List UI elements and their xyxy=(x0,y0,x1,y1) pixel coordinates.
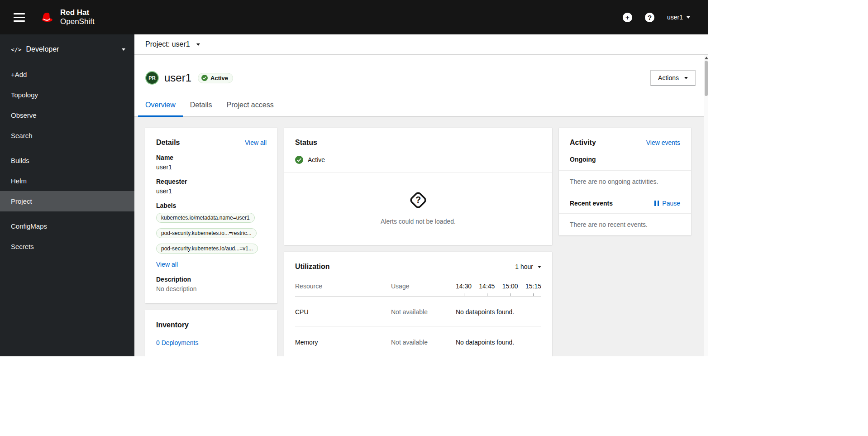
view-events-link[interactable]: View events xyxy=(646,139,680,146)
status-badge-label: Active xyxy=(210,75,228,81)
quick-create-button[interactable]: + xyxy=(623,13,632,22)
utilization-row-memory: Memory Not available No datapoints found… xyxy=(295,327,541,356)
brand-logo[interactable]: Red Hat OpenShift xyxy=(38,8,95,26)
label-row: kubernetes.io/metadata.name=user1 xyxy=(156,213,267,225)
masthead: Red Hat OpenShift + ? user1 xyxy=(0,0,708,34)
project-bar: Project: user1 xyxy=(134,34,708,55)
masthead-utilities: + ? user1 xyxy=(623,13,690,22)
inventory-card: Inventory 0 Deployments xyxy=(145,310,277,356)
code-icon: </> xyxy=(11,46,21,53)
left-column: Details View all Name user1 Requester us… xyxy=(145,128,277,356)
sidebar-item-add[interactable]: +Add xyxy=(0,64,134,85)
time-tick: 14:30 xyxy=(456,283,472,296)
title-row: PR user1 Active Actions xyxy=(134,70,708,86)
details-card: Details View all Name user1 Requester us… xyxy=(145,128,277,303)
brand-line2: OpenShift xyxy=(60,17,95,26)
name-label: Name xyxy=(156,154,267,161)
alerts-empty-state: ? Alerts could not be loaded. xyxy=(284,172,552,245)
name-value: user1 xyxy=(156,163,267,171)
activity-card-title: Activity xyxy=(570,139,596,147)
label-tag[interactable]: kubernetes.io/metadata.name=user1 xyxy=(156,213,255,223)
details-card-title: Details xyxy=(156,139,180,147)
check-circle-icon xyxy=(201,75,208,81)
details-card-header: Details View all xyxy=(156,139,267,147)
duration-value: 1 hour xyxy=(515,263,533,270)
actions-label: Actions xyxy=(658,74,679,81)
chevron-down-icon xyxy=(196,43,200,46)
sidebar-item-helm[interactable]: Helm xyxy=(0,171,134,191)
plus-icon: + xyxy=(625,14,630,21)
check-circle-icon xyxy=(295,156,303,164)
status-card: Status Active xyxy=(284,128,552,245)
status-card-header: Status xyxy=(284,128,552,147)
project-selector-label: Project: user1 xyxy=(145,40,190,48)
utilization-card: Utilization 1 hour Resource Usage 14:30 … xyxy=(284,252,552,356)
nav-group-divider xyxy=(0,146,134,150)
sidebar-item-topology[interactable]: Topology xyxy=(0,85,134,105)
resource-usage: Not available xyxy=(391,308,456,316)
brand-line1: Red Hat xyxy=(60,8,95,17)
requester-value: user1 xyxy=(156,187,267,195)
pause-button[interactable]: Pause xyxy=(654,200,680,207)
labels-label: Labels xyxy=(156,202,267,209)
usage-column-header: Usage xyxy=(391,283,456,296)
scrollbar-up-arrow[interactable] xyxy=(705,57,708,59)
status-card-title: Status xyxy=(295,139,317,146)
utilization-card-header: Utilization 1 hour xyxy=(295,263,541,271)
help-button[interactable]: ? xyxy=(645,13,654,22)
project-resource-badge: PR xyxy=(145,71,159,85)
ongoing-empty-message: There are no ongoing activities. xyxy=(559,171,691,192)
sidebar-item-project[interactable]: Project xyxy=(0,191,134,211)
inventory-card-title: Inventory xyxy=(156,321,189,329)
sidebar-item-search[interactable]: Search xyxy=(0,125,134,146)
description-label: Description xyxy=(156,276,267,283)
sidebar: </> Developer +Add Topology Observe Sear… xyxy=(0,34,134,356)
user-menu[interactable]: user1 xyxy=(667,14,690,21)
details-view-all-link[interactable]: View all xyxy=(245,139,267,146)
question-glyph: ? xyxy=(415,195,421,205)
status-row: Active xyxy=(284,147,552,172)
tab-overview[interactable]: Overview xyxy=(138,95,183,117)
deployments-link[interactable]: 0 Deployments xyxy=(156,339,198,346)
unknown-icon: ? xyxy=(407,189,429,211)
sidebar-item-secrets[interactable]: Secrets xyxy=(0,236,134,257)
perspective-switcher[interactable]: </> Developer xyxy=(0,34,134,62)
label-tag[interactable]: pod-security.kubernetes.io/aud...=v1... xyxy=(156,244,258,254)
tab-details[interactable]: Details xyxy=(183,95,219,117)
page-header: PR user1 Active Actions Overview Details xyxy=(134,55,708,117)
ongoing-label: Ongoing xyxy=(559,147,691,170)
label-row: pod-security.kubernetes.io/aud...=v1... xyxy=(156,244,267,255)
pause-label: Pause xyxy=(662,200,680,207)
label-tag[interactable]: pod-security.kubernetes.io...=restric... xyxy=(156,228,257,238)
actions-dropdown[interactable]: Actions xyxy=(650,70,696,86)
labels-view-all-link[interactable]: View all xyxy=(156,261,178,268)
duration-dropdown[interactable]: 1 hour xyxy=(515,263,541,270)
sidebar-item-configmaps[interactable]: ConfigMaps xyxy=(0,216,134,236)
openshift-console: Red Hat OpenShift + ? user1 </> Develope… xyxy=(0,0,708,356)
vertical-scrollbar[interactable] xyxy=(704,55,708,356)
recent-events-row: Recent events Pause xyxy=(559,192,691,213)
right-column: Activity View events Ongoing There are n… xyxy=(559,128,691,235)
recent-events-label: Recent events xyxy=(570,200,613,207)
sidebar-item-observe[interactable]: Observe xyxy=(0,105,134,125)
project-selector[interactable]: Project: user1 xyxy=(145,40,200,48)
chevron-down-icon xyxy=(687,16,690,19)
alerts-empty-message: Alerts could not be loaded. xyxy=(293,218,543,225)
utilization-table-header: Resource Usage 14:30 14:45 15:00 15:15 xyxy=(295,283,541,297)
overview-dashboard: Details View all Name user1 Requester us… xyxy=(134,117,708,356)
brand-text: Red Hat OpenShift xyxy=(60,8,95,26)
hamburger-icon xyxy=(14,13,25,14)
status-value: Active xyxy=(308,156,325,163)
resource-datapoints: No datapoints found. xyxy=(456,308,541,316)
perspective-label: Developer xyxy=(26,45,59,53)
scrollbar-thumb[interactable] xyxy=(705,61,708,96)
nav-toggle-button[interactable] xyxy=(11,8,28,27)
chevron-down-icon xyxy=(122,48,125,51)
redhat-logo-icon xyxy=(38,11,56,24)
page-title: user1 xyxy=(164,72,191,84)
user-menu-label: user1 xyxy=(667,14,683,21)
time-tick: 14:45 xyxy=(479,283,495,296)
sidebar-item-builds[interactable]: Builds xyxy=(0,150,134,171)
tab-project-access[interactable]: Project access xyxy=(219,95,281,117)
resource-usage: Not available xyxy=(391,339,456,346)
